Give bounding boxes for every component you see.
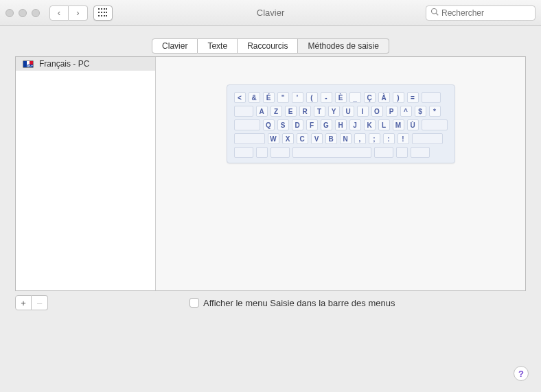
back-button[interactable]: ‹ [49, 5, 69, 21]
key-À: À [378, 92, 390, 103]
key-L: L [378, 119, 390, 130]
tab-label: Clavier [162, 41, 187, 51]
key-A: A [256, 106, 268, 117]
flag-france-pc-icon [23, 60, 34, 68]
key-!: ! [398, 133, 409, 144]
key-_: _ [349, 92, 361, 103]
key-E: E [285, 106, 297, 117]
svg-point-0 [432, 9, 437, 14]
key-modifier [234, 106, 253, 117]
svg-line-1 [436, 13, 438, 15]
input-source-label: Français - PC [39, 59, 89, 69]
key-K: K [364, 119, 376, 130]
grid-icon [98, 8, 108, 18]
key-*: * [429, 106, 441, 117]
tab-clavier[interactable]: Clavier [152, 38, 198, 54]
key-O: O [371, 106, 383, 117]
show-input-menu-label: Afficher le menu Saisie dans la barre de… [203, 298, 395, 308]
key-": " [277, 92, 289, 103]
key-$: $ [415, 106, 426, 117]
keyboard-row: QSDFGHJKLMÙ [234, 119, 448, 130]
key-modifier [374, 147, 393, 158]
key-B: B [325, 133, 337, 144]
key-T: T [314, 106, 325, 117]
key-<: < [234, 92, 246, 103]
tab-label: Texte [207, 41, 227, 51]
key-P: P [386, 106, 398, 117]
help-icon: ? [518, 369, 524, 379]
key-): ) [393, 92, 404, 103]
key-H: H [335, 119, 347, 130]
key-N: N [340, 133, 352, 144]
tab-label: Raccourcis [247, 41, 288, 51]
tab-m-thodes-de-saisie[interactable]: Méthodes de saisie [298, 38, 389, 54]
keyboard-preview: <&É"'(-È_ÇÀ)=AZERTYUIOP^$*QSDFGHJKLMÙWXC… [156, 57, 525, 290]
key-modifier [234, 119, 260, 130]
keyboard-row: WXCVBN,;:! [234, 133, 448, 144]
tabs: ClavierTexteRaccourcisMéthodes de saisie [152, 38, 389, 54]
key-C: C [297, 133, 308, 144]
content-area: ClavierTexteRaccourcisMéthodes de saisie… [0, 26, 541, 310]
minimize-window-button[interactable] [19, 9, 27, 17]
show-input-menu-checkbox-row[interactable]: Afficher le menu Saisie dans la barre de… [189, 298, 395, 308]
key--: - [321, 92, 332, 103]
input-source-item[interactable]: Français - PC [16, 57, 155, 71]
minus-icon: – [37, 298, 42, 308]
keyboard-row: <&É"'(-È_ÇÀ)= [234, 92, 448, 103]
close-window-button[interactable] [5, 9, 14, 17]
window-controls [5, 9, 40, 17]
key-R: R [299, 106, 311, 117]
key-Ù: Ù [407, 119, 419, 130]
plus-icon: + [21, 298, 26, 308]
nav-group: ‹ › [49, 5, 88, 21]
key-^: ^ [400, 106, 412, 117]
key-modifier [270, 147, 290, 158]
show-input-menu-checkbox[interactable] [189, 298, 199, 308]
title-bar: ‹ › Clavier ✕ [0, 0, 541, 26]
key-M: M [393, 119, 404, 130]
key-X: X [282, 133, 294, 144]
key-È: È [335, 92, 347, 103]
chevron-right-icon: › [76, 8, 79, 18]
remove-source-button[interactable]: – [32, 295, 48, 310]
search-input[interactable] [441, 8, 541, 18]
key-modifier [234, 133, 265, 144]
key-J: J [349, 119, 361, 130]
key-modifier [411, 147, 430, 158]
key-Y: Y [328, 106, 340, 117]
key-G: G [321, 119, 332, 130]
key-': ' [292, 92, 303, 103]
key-D: D [292, 119, 303, 130]
key-modifier [422, 92, 441, 103]
help-button[interactable]: ? [514, 366, 529, 381]
key-=: = [407, 92, 419, 103]
key-(: ( [306, 92, 318, 103]
input-sources-list[interactable]: Français - PC [16, 57, 156, 290]
key-modifier [412, 133, 443, 144]
add-source-button[interactable]: + [15, 295, 32, 310]
add-remove-group: + – [15, 295, 48, 310]
tab-label: Méthodes de saisie [308, 41, 378, 51]
show-all-button[interactable] [93, 5, 113, 21]
keyboard-row [234, 147, 448, 158]
footer-controls: + – Afficher le menu Saisie dans la barr… [15, 295, 526, 310]
key-W: W [268, 133, 279, 144]
key-modifier [396, 147, 408, 158]
key-modifier [292, 147, 371, 158]
key-Q: Q [263, 119, 275, 130]
key-S: S [277, 119, 289, 130]
key-:: : [383, 133, 395, 144]
tab-raccourcis[interactable]: Raccourcis [238, 38, 298, 54]
key-F: F [306, 119, 318, 130]
search-field-wrap[interactable]: ✕ [426, 5, 536, 21]
key-modifier [256, 147, 268, 158]
forward-button[interactable]: › [69, 5, 88, 21]
search-icon [430, 8, 439, 18]
key-Ç: Ç [364, 92, 376, 103]
tab-bar: ClavierTexteRaccourcisMéthodes de saisie [15, 38, 526, 54]
tab-texte[interactable]: Texte [198, 38, 238, 54]
zoom-window-button[interactable] [32, 9, 40, 17]
keyboard-row: AZERTYUIOP^$* [234, 106, 448, 117]
main-panel: Français - PC <&É"'(-È_ÇÀ)=AZERTYUIOP^$*… [15, 56, 526, 291]
chevron-left-icon: ‹ [58, 8, 60, 18]
